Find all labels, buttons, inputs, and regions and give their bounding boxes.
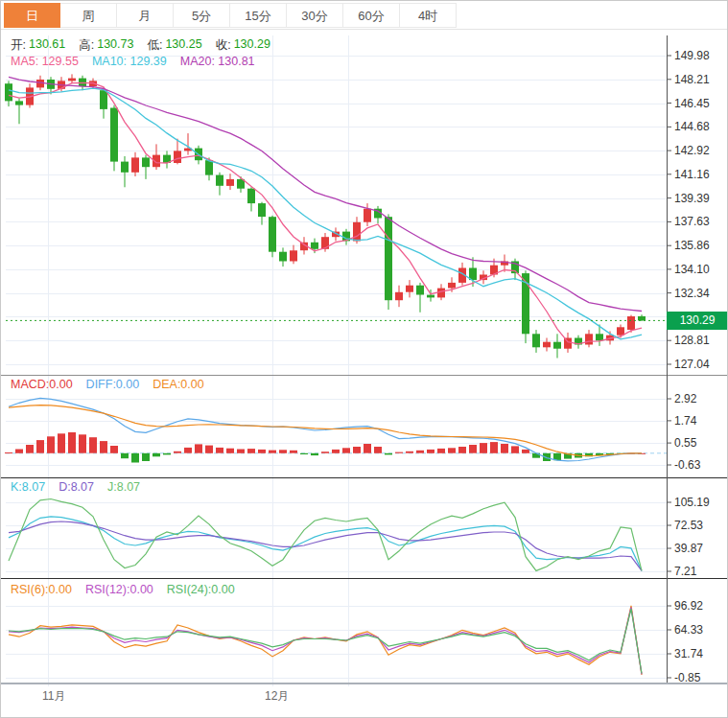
svg-text:-0.85: -0.85 xyxy=(674,671,701,684)
ma5-value: MA5: 129.55 xyxy=(11,55,79,68)
rsi12-value: RSI(12):0.00 xyxy=(85,583,153,596)
svg-text:-0.63: -0.63 xyxy=(674,458,701,472)
current-price-badge: 130.29 xyxy=(667,312,728,330)
svg-text:105.19: 105.19 xyxy=(674,496,710,509)
rsi24-value: RSI(24):0.00 xyxy=(167,583,235,596)
d-value: D:8.07 xyxy=(59,480,94,494)
svg-text:0.55: 0.55 xyxy=(674,436,697,450)
svg-text:11月: 11月 xyxy=(42,689,65,703)
k-value: K:8.07 xyxy=(11,480,45,494)
svg-text:134.10: 134.10 xyxy=(674,263,710,276)
svg-text:31.74: 31.74 xyxy=(674,647,703,660)
svg-text:149.98: 149.98 xyxy=(674,49,710,62)
tab-15min[interactable]: 15分 xyxy=(230,3,287,28)
open-label: 开: xyxy=(11,37,26,54)
svg-text:144.68: 144.68 xyxy=(674,120,710,133)
tab-5min[interactable]: 5分 xyxy=(174,3,230,28)
svg-text:12月: 12月 xyxy=(265,689,289,703)
rsi6-value: RSI(6):0.00 xyxy=(11,583,72,596)
stock-chart-app: 日 周 月 5分 15分 30分 60分 4时 149.98148.21146.… xyxy=(0,0,728,718)
svg-text:72.53: 72.53 xyxy=(674,519,703,532)
rsi-readout: RSI(6):0.00 RSI(12):0.00 RSI(24):0.00 xyxy=(11,583,235,596)
j-value: J:8.07 xyxy=(107,480,140,494)
ma-readout: MA5: 129.55 MA10: 129.39 MA20: 130.81 xyxy=(11,55,255,68)
svg-text:135.86: 135.86 xyxy=(674,239,710,252)
open-readout: 开: 130.61 xyxy=(11,37,65,54)
kdj-readout: K:8.07 D:8.07 J:8.07 xyxy=(11,480,140,494)
close-readout: 收: 130.29 xyxy=(216,37,270,54)
high-value: 130.73 xyxy=(97,37,133,54)
svg-text:132.34: 132.34 xyxy=(674,287,710,300)
svg-text:2.92: 2.92 xyxy=(674,392,697,405)
high-readout: 高: 130.73 xyxy=(79,37,133,54)
svg-text:39.87: 39.87 xyxy=(674,542,703,555)
ohlc-readout: 开: 130.61 高: 130.73 低: 130.25 收: 130.29 xyxy=(11,37,270,54)
dea-value: DEA:0.00 xyxy=(153,378,204,391)
macd-readout: MACD:0.00 DIFF:0.00 DEA:0.00 xyxy=(11,378,204,391)
chart-canvas[interactable]: 149.98148.21146.45144.68142.92141.16139.… xyxy=(1,1,728,718)
tab-30min[interactable]: 30分 xyxy=(287,3,343,28)
open-value: 130.61 xyxy=(29,37,65,54)
svg-text:127.04: 127.04 xyxy=(674,358,710,371)
svg-text:142.92: 142.92 xyxy=(674,144,710,157)
svg-text:148.21: 148.21 xyxy=(674,73,710,86)
tab-4hour[interactable]: 4时 xyxy=(400,3,457,28)
ma20-value: MA20: 130.81 xyxy=(180,55,255,68)
svg-text:139.39: 139.39 xyxy=(674,192,710,205)
svg-text:64.33: 64.33 xyxy=(674,623,703,637)
tab-month[interactable]: 月 xyxy=(117,3,174,28)
period-tabbar: 日 周 月 5分 15分 30分 60分 4时 xyxy=(1,1,727,30)
svg-text:137.63: 137.63 xyxy=(674,215,710,228)
close-value: 130.29 xyxy=(234,37,270,54)
svg-text:141.16: 141.16 xyxy=(674,168,710,181)
close-label: 收: xyxy=(216,37,231,54)
low-readout: 低: 130.25 xyxy=(147,37,201,54)
macd-value: MACD:0.00 xyxy=(11,378,73,391)
tab-60min[interactable]: 60分 xyxy=(343,3,400,28)
svg-text:96.92: 96.92 xyxy=(674,599,703,613)
low-value: 130.25 xyxy=(165,37,201,54)
tab-day[interactable]: 日 xyxy=(4,3,60,28)
svg-text:146.45: 146.45 xyxy=(674,97,710,110)
ma10-value: MA10: 129.39 xyxy=(92,55,167,68)
svg-text:1.74: 1.74 xyxy=(674,414,697,428)
low-label: 低: xyxy=(147,37,162,54)
tab-week[interactable]: 周 xyxy=(60,3,117,28)
svg-text:7.21: 7.21 xyxy=(674,565,697,578)
high-label: 高: xyxy=(79,37,94,54)
diff-value: DIFF:0.00 xyxy=(86,378,140,391)
svg-text:128.81: 128.81 xyxy=(674,334,710,347)
